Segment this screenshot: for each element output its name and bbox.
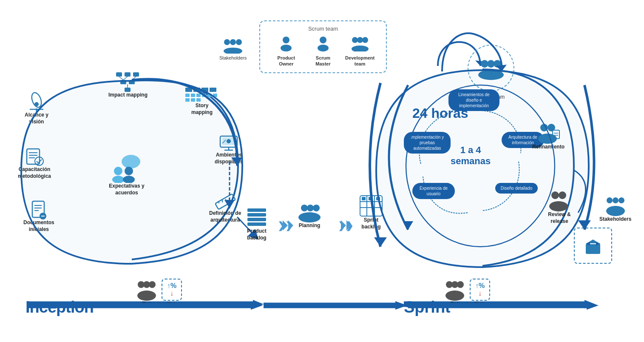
svg-marker-129 — [587, 301, 599, 310]
alcance-label: Alcance yvisión — [25, 112, 48, 125]
story-mapping-label: Storymapping — [191, 103, 213, 116]
svg-point-8 — [320, 37, 326, 43]
svg-point-16 — [236, 39, 242, 45]
svg-point-68 — [122, 155, 140, 168]
bubble-experiencia: Experiencia deusuario — [412, 183, 455, 199]
svg-rect-33 — [116, 72, 122, 77]
arrow-pb-planning: ❯❯ — [278, 220, 293, 231]
svg-point-94 — [540, 124, 548, 131]
expectativas-icon — [105, 153, 148, 183]
svg-point-103 — [607, 197, 613, 203]
item-story-mapping: Storymapping — [185, 87, 219, 116]
retro-left-label: Retrospectiva — [142, 301, 176, 308]
product-backlog-icon — [246, 208, 268, 228]
svg-rect-55 — [196, 98, 201, 102]
stakeholders-right-label: Stakeholders — [599, 216, 631, 223]
item-expectativas: Expectativas yacuerdos — [105, 153, 148, 196]
svg-point-102 — [549, 201, 568, 211]
item-refinamiento: Refinamiento — [532, 122, 565, 151]
sprint-label: Sprint — [404, 298, 451, 316]
daily-scrum-icon — [476, 56, 506, 80]
scrum-master-label: ScrumMaster — [315, 55, 330, 67]
svg-line-41 — [132, 77, 136, 80]
diagram-container: Scrum team ProductOwner Sc — [0, 0, 644, 342]
bubble-diseno: Diseño detallado — [495, 183, 538, 194]
sprint-backlog-icon — [359, 195, 383, 217]
svg-rect-44 — [193, 88, 200, 92]
refinamiento-label: Refinamiento — [532, 144, 565, 151]
svg-point-101 — [559, 191, 566, 199]
sprint-backlog-label: Sprintbacklog — [361, 217, 380, 230]
svg-rect-74 — [247, 208, 266, 212]
svg-point-13 — [352, 46, 369, 51]
svg-rect-36 — [120, 80, 126, 84]
svg-marker-5 — [403, 221, 413, 230]
svg-rect-77 — [247, 222, 266, 226]
retro-right-people-icon — [444, 279, 468, 301]
bubble-lineamientos: Lineamientos dediseño eimplementación — [448, 89, 499, 111]
story-mapping-icon — [185, 87, 219, 103]
svg-rect-49 — [196, 94, 201, 97]
svg-point-92 — [494, 60, 501, 68]
bubble-implementacion: Implementación ypruebasautomatizadas — [404, 132, 451, 154]
stakeholders-top-label: Stakeholders — [219, 55, 247, 60]
capacitacion-label: Capacitaciónmetodológica — [18, 166, 51, 180]
planning-icon — [298, 202, 321, 222]
svg-line-40 — [123, 77, 128, 80]
item-impact-mapping: Impact mapping — [108, 71, 148, 99]
svg-point-100 — [551, 191, 559, 199]
ambientes-label: Ambientesdisponibles — [215, 152, 243, 165]
retro-right-arrow-down: ↓ — [478, 290, 482, 297]
item-retro-left: ↑% ↓ Retrospectiva — [136, 279, 182, 308]
svg-rect-76 — [247, 218, 266, 221]
impact-mapping-icon — [115, 71, 141, 92]
item-documentos: Documentosiniciales — [23, 200, 54, 233]
scrum-master-icon — [315, 35, 331, 53]
svg-point-70 — [114, 167, 122, 175]
retro-right-label: Retrospectiva — [450, 301, 484, 308]
team-member-product-owner: ProductOwner — [269, 35, 303, 67]
dev-team-icon — [350, 35, 370, 53]
item-retro-right: ↑% ↓ Retrospectiva — [444, 279, 490, 308]
sprint-center-text: 1 a 4semanas — [451, 145, 491, 167]
svg-rect-38 — [125, 88, 131, 92]
scrum-team-title: Scrum team — [268, 26, 378, 32]
svg-rect-46 — [210, 88, 216, 92]
product-backlog-label: Productbacklog — [247, 228, 266, 241]
stakeholders-top-icon — [221, 37, 245, 54]
svg-point-105 — [618, 197, 624, 203]
retro-right-box: ↑% ↓ — [470, 279, 490, 301]
release-box-icon — [583, 237, 603, 255]
item-stakeholders-right: Stakeholders — [599, 196, 631, 223]
svg-marker-1 — [253, 300, 264, 308]
svg-point-14 — [224, 39, 230, 45]
expectativas-label: Expectativas yacuerdos — [109, 183, 144, 196]
svg-point-78 — [301, 205, 308, 211]
review-release-label: Review &release — [548, 211, 570, 225]
retro-left-icons: ↑% ↓ — [136, 279, 182, 301]
svg-rect-75 — [247, 213, 266, 217]
arquitectura-label: Definición dearquitectura — [209, 210, 241, 223]
arrow-planning-sb: ❯❯ — [338, 220, 353, 231]
svg-rect-43 — [185, 88, 192, 92]
product-owner-label: ProductOwner — [278, 55, 295, 67]
svg-point-71 — [112, 176, 124, 183]
svg-marker-3 — [584, 300, 595, 308]
svg-point-81 — [298, 212, 321, 222]
svg-point-72 — [125, 167, 133, 175]
impact-mapping-label: Impact mapping — [108, 92, 148, 99]
stakeholders-top: Stakeholders — [219, 37, 247, 60]
retro-arrow-up: ↑% — [167, 282, 176, 290]
documentos-label: Documentosiniciales — [23, 219, 54, 233]
svg-point-106 — [606, 206, 625, 216]
product-owner-icon — [278, 35, 294, 53]
svg-point-10 — [352, 37, 358, 43]
ambientes-icon — [218, 134, 239, 152]
svg-point-11 — [357, 37, 363, 43]
svg-rect-89 — [376, 197, 380, 200]
svg-rect-88 — [369, 197, 372, 200]
svg-point-17 — [224, 48, 242, 54]
svg-rect-37 — [129, 80, 135, 84]
item-review-release: Review &release — [548, 189, 571, 225]
stakeholders-right-icon — [604, 196, 627, 216]
